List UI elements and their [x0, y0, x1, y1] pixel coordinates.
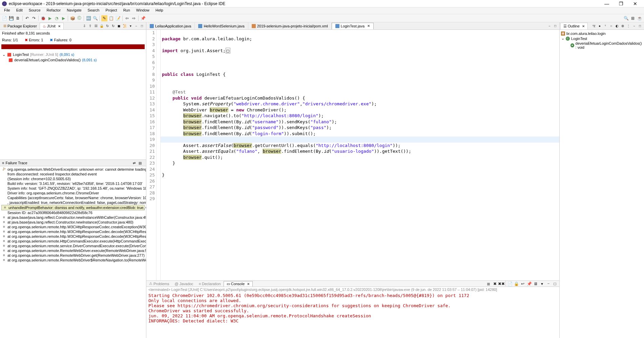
stack-trace-line[interactable]: ≡at java.base/java.lang.reflect.Construc…: [1, 220, 145, 225]
menu-help[interactable]: Help: [153, 7, 166, 14]
prev-failure-icon[interactable]: ⇧: [87, 23, 93, 29]
next-failure-icon[interactable]: ⇩: [82, 23, 87, 29]
stack-trace-line[interactable]: System info: host: 'GFT-ZNQDZZBZZAD', ip…: [1, 186, 145, 191]
stack-trace-line[interactable]: ≡unhandledPromptBehavior: dismiss and no…: [1, 205, 145, 210]
stack-trace-line[interactable]: Session ID: ac27a393f80646d84809822d28d5…: [1, 210, 145, 215]
code-content[interactable]: package br.com.alura.leilao.login; impor…: [161, 30, 559, 280]
hide-local-icon[interactable]: ◐: [614, 23, 620, 29]
save-all-icon[interactable]: 🗎: [15, 15, 21, 21]
focus-icon[interactable]: ⊕: [620, 23, 625, 29]
coverage-icon[interactable]: ◔: [54, 15, 60, 21]
redo-icon[interactable]: ↷: [31, 15, 37, 21]
compare-icon[interactable]: ⇄: [131, 160, 137, 166]
minimize-console-icon[interactable]: －: [545, 281, 552, 287]
minimize-editor-icon[interactable]: －: [547, 23, 552, 29]
menu-source[interactable]: Source: [26, 7, 43, 14]
minimize-button[interactable]: —: [600, 0, 614, 7]
console-tab-console[interactable]: ▭Console✕: [224, 281, 253, 287]
close-button[interactable]: ✕: [628, 0, 642, 7]
hide-nonpublic-icon[interactable]: ○: [608, 23, 614, 29]
console-tab-problems[interactable]: ⚠Problems: [146, 281, 172, 287]
quick-access-icon[interactable]: 🔍: [623, 15, 629, 21]
remove-launch-icon[interactable]: ✖: [492, 281, 498, 287]
outline-package[interactable]: ▦ br.com.alura.leilao.login: [561, 31, 643, 36]
stack-trace-line[interactable]: (Session info: chrome=102.0.5005.63): [1, 176, 145, 181]
menu-navigate[interactable]: Navigate: [64, 7, 84, 14]
stack-trace-line[interactable]: ≡at org.openqa.selenium.remote.service.D…: [1, 244, 145, 248]
filter-icon[interactable]: ▤: [137, 160, 143, 166]
failure-trace-list[interactable]: Jᵉorg.openqa.selenium.WebDriverException…: [0, 166, 146, 338]
hide-static-icon[interactable]: ˢ: [603, 23, 608, 29]
close-tab-icon[interactable]: ✕: [58, 24, 61, 28]
minimize-view-icon[interactable]: －: [133, 23, 139, 29]
outline-method[interactable]: ● deveriaEfetuarLoginComDadosValidos() :…: [561, 41, 643, 50]
clear-console-icon[interactable]: 📄: [507, 281, 513, 287]
forward-icon[interactable]: ⇨: [131, 15, 137, 21]
outline-class[interactable]: ⌄ C LoginTest: [561, 36, 643, 41]
editor-tab[interactable]: HelloWordSelenium.java: [195, 23, 248, 29]
annotate-icon[interactable]: 📋: [108, 15, 114, 21]
menu-run[interactable]: Run: [121, 7, 133, 14]
task-icon[interactable]: 📝: [115, 15, 121, 21]
save-icon[interactable]: 💾: [8, 15, 14, 21]
word-wrap-icon[interactable]: ↩: [520, 281, 526, 287]
tab-junit[interactable]: ♨ JUnit ✕: [40, 23, 64, 29]
stop-icon[interactable]: ◼: [116, 23, 122, 29]
sort-icon[interactable]: ᵃz: [591, 23, 597, 29]
scroll-lock-console-icon[interactable]: 🔒: [513, 281, 519, 287]
back-icon[interactable]: ⇦: [124, 15, 130, 21]
stack-trace-line[interactable]: Build info: version: '3.141.59', revisio…: [1, 181, 145, 186]
close-tab-icon[interactable]: ✕: [367, 24, 370, 28]
editor-tab[interactable]: LeilaoApplication.java: [146, 23, 195, 29]
stack-trace-line[interactable]: Driver info: org.openqa.selenium.chrome.…: [1, 191, 145, 195]
stack-trace-line[interactable]: ≡at org.openqa.selenium.remote.http.W3CH…: [1, 234, 145, 239]
maximize-button[interactable]: ❐: [614, 0, 628, 7]
stack-trace-line[interactable]: from disconnected: received Inspector.de…: [1, 172, 145, 176]
menu-window[interactable]: Window: [133, 7, 152, 14]
scroll-lock-icon[interactable]: 🔒: [99, 23, 104, 29]
close-tab-icon[interactable]: ✕: [247, 282, 250, 286]
junit-test-tree[interactable]: ⌄ 🟥 LoginTest [Runner: JUnit 5] (8,091 s…: [0, 51, 146, 160]
menu-edit[interactable]: Edit: [14, 7, 25, 14]
pin-icon[interactable]: 📌: [140, 15, 146, 21]
history-icon[interactable]: 📜: [122, 23, 127, 29]
hide-fields-icon[interactable]: ●: [597, 23, 602, 29]
outline-tree[interactable]: ▦ br.com.alura.leilao.login ⌄ C LoginTes…: [560, 30, 644, 338]
stack-trace-line[interactable]: ≡at org.openqa.selenium.remote.RemoteWeb…: [1, 258, 145, 262]
open-console-icon[interactable]: ▾: [539, 281, 545, 287]
open-type-icon[interactable]: 🔤: [85, 15, 91, 21]
maximize-editor-icon[interactable]: □: [553, 23, 558, 29]
terminate-icon[interactable]: ◼: [485, 281, 492, 287]
collapse-icon[interactable]: ⌄: [561, 36, 564, 41]
search-icon[interactable]: 🔍: [92, 15, 98, 21]
stack-trace-line[interactable]: Capabilities {acceptInsecureCerts: false…: [1, 195, 145, 200]
debug-icon[interactable]: 🐞: [40, 15, 46, 21]
minimize-view-icon[interactable]: －: [631, 23, 637, 29]
tab-package-explorer[interactable]: ⊞ Package Explorer: [1, 23, 40, 29]
stack-trace-line[interactable]: , javascriptEnabled: true, networkConnec…: [1, 200, 145, 205]
menu-project[interactable]: Project: [103, 7, 120, 14]
rerun-test-icon[interactable]: ↻: [105, 23, 110, 29]
code-editor[interactable]: 1 2 3 4 5 6 7 8 9 10 11 12 13 14 15 16 1…: [146, 30, 559, 280]
close-tab-icon[interactable]: ✕: [582, 24, 585, 28]
undo-icon[interactable]: ↶: [24, 15, 30, 21]
stack-trace-line[interactable]: ≡at org.openqa.selenium.remote.http.W3CH…: [1, 225, 145, 229]
stack-trace-line[interactable]: ≡at java.base/java.lang.reflect.Construc…: [1, 215, 145, 220]
display-console-icon[interactable]: 🖥: [533, 281, 539, 287]
new-icon[interactable]: 📄: [1, 15, 7, 21]
maximize-view-icon[interactable]: □: [139, 23, 145, 29]
new-class-icon[interactable]: Ⓒ: [76, 15, 82, 21]
new-package-icon[interactable]: 📦: [69, 15, 76, 21]
open-perspective-icon[interactable]: ⊞: [630, 15, 636, 21]
java-perspective-icon[interactable]: ☕: [637, 15, 643, 21]
toggle-mark-icon[interactable]: ✎: [101, 15, 107, 21]
show-failures-icon[interactable]: ☒: [93, 23, 99, 29]
view-menu-icon[interactable]: ▾: [128, 23, 133, 29]
menu-refactor[interactable]: Refactor: [44, 7, 64, 14]
console-tab-javadoc[interactable]: @Javadoc: [172, 281, 196, 287]
stack-trace-line[interactable]: ≡at org.openqa.selenium.remote.RemoteWeb…: [1, 248, 145, 253]
menu-search[interactable]: Search: [85, 7, 102, 14]
stack-trace-line[interactable]: ≡at org.openqa.selenium.remote.RemoteWeb…: [1, 253, 145, 258]
run-last-icon[interactable]: ▶: [60, 15, 66, 21]
view-menu-icon[interactable]: ⋮: [626, 23, 631, 29]
